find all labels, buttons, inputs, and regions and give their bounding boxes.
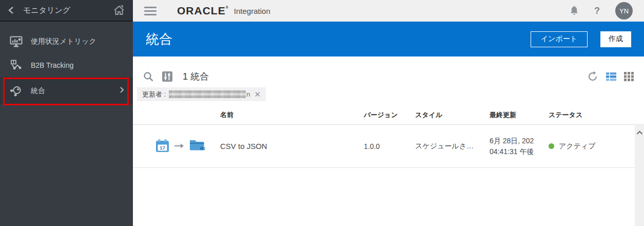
sidebar-item-label: 統合 — [31, 86, 45, 96]
import-button[interactable]: インポート — [531, 31, 588, 47]
oracle-logo: ORACLE® — [177, 5, 229, 17]
product-name: Integration — [234, 7, 270, 15]
chevron-right-icon — [120, 86, 124, 95]
svg-text:17: 17 — [160, 145, 165, 150]
vertical-scrollbar[interactable] — [635, 124, 644, 226]
row-name: CSV to JSON — [220, 142, 364, 150]
sidebar-item-b2b-tracking[interactable]: B2B Tracking — [0, 53, 133, 77]
help-icon[interactable]: ? — [594, 6, 600, 16]
list-view-icon[interactable] — [606, 72, 616, 81]
column-status[interactable]: ステータス — [549, 110, 635, 120]
row-status: アクティブ — [549, 142, 635, 151]
page-title: 統合 — [146, 30, 531, 48]
scroll-up-icon[interactable] — [636, 128, 643, 226]
row-version: 1.0.0 — [364, 142, 415, 150]
redacted-filter-value — [169, 90, 246, 98]
column-version[interactable]: バージョン — [364, 110, 415, 120]
row-style: スケジュールさ… — [415, 142, 490, 151]
row-icons-cell: 17 — [133, 138, 220, 154]
back-chevron-icon[interactable] — [8, 6, 14, 14]
usage-metrics-icon — [9, 36, 23, 48]
chip-close-icon[interactable]: ✕ — [254, 90, 261, 99]
column-style[interactable]: スタイル — [415, 110, 490, 120]
filter-chip-row: 更新者 : n ✕ — [133, 87, 644, 101]
table-header: 名前 バージョン スタイル 最終更新 ステータス — [133, 106, 635, 125]
filter-chip-label: 更新者 : — [142, 90, 166, 99]
create-button[interactable]: 作成 — [600, 31, 631, 47]
sidebar-nav: 使用状況メトリック B2B Tracking — [0, 22, 133, 104]
sidebar-title: モニタリング — [23, 6, 113, 15]
main-area: ORACLE® Integration ? YN 統合 インポート 作成 — [133, 0, 644, 226]
page-header: 統合 インポート 作成 — [133, 22, 644, 56]
sidebar: モニタリング — [0, 0, 133, 226]
status-active-dot-icon — [549, 143, 554, 149]
sidebar-item-label: B2B Tracking — [31, 61, 73, 69]
search-icon[interactable] — [143, 71, 154, 82]
integration-count: 1 統合 — [183, 70, 209, 83]
filter-value-tail: n — [246, 90, 250, 98]
integration-target-icon — [189, 138, 205, 154]
table-row[interactable]: 17 — [133, 125, 635, 168]
avatar[interactable]: YN — [615, 2, 633, 20]
status-label: アクティブ — [559, 142, 596, 151]
notifications-bell-icon[interactable] — [570, 6, 579, 16]
integration-icon — [9, 85, 23, 97]
filter-chip: 更新者 : n ✕ — [137, 87, 266, 101]
sidebar-item-integration[interactable]: 統合 — [0, 77, 133, 104]
b2b-tracking-icon — [9, 60, 23, 71]
grid-view-icon[interactable] — [624, 72, 634, 81]
arrow-right-icon — [174, 142, 184, 150]
column-name[interactable]: 名前 — [220, 110, 364, 120]
refresh-icon[interactable] — [587, 71, 598, 82]
sidebar-item-label: 使用状況メトリック — [31, 37, 96, 46]
sidebar-header: モニタリング — [0, 0, 133, 22]
hamburger-menu-icon[interactable] — [144, 7, 157, 15]
schedule-calendar-icon: 17 — [155, 139, 169, 154]
column-last-updated[interactable]: 最終更新 — [490, 110, 549, 120]
toolbar: 1 統合 — [133, 69, 644, 84]
content: 1 統合 — [133, 56, 644, 226]
app-window: モニタリング — [0, 0, 644, 226]
home-icon[interactable] — [113, 5, 125, 15]
sidebar-item-usage-metrics[interactable]: 使用状況メトリック — [0, 30, 133, 53]
filter-icon[interactable] — [162, 71, 172, 82]
registered-mark: ® — [226, 6, 229, 9]
topbar: ORACLE® Integration ? YN — [133, 0, 644, 22]
row-last-updated: 6月 28日, 202 04:41:31 午後 — [490, 136, 549, 157]
